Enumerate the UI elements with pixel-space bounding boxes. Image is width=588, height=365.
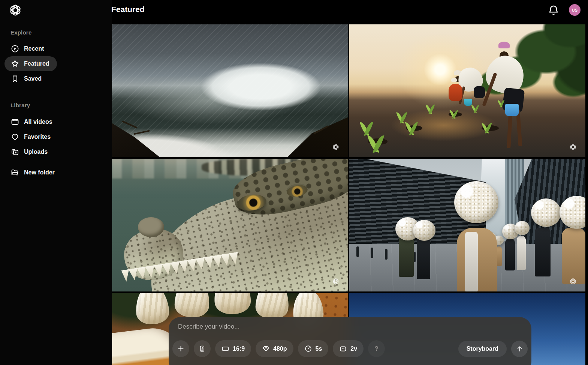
video-thumbnail[interactable] [349, 24, 585, 157]
sidebar-item-label: Favorites [24, 134, 51, 140]
scene-art-storm-wave [112, 24, 348, 157]
prompt-input[interactable]: Describe your video... [178, 323, 440, 330]
bell-icon [547, 4, 560, 17]
video-grid [112, 24, 585, 365]
sidebar-item-favorites[interactable]: Favorites [4, 129, 58, 144]
generate-button[interactable] [511, 341, 528, 357]
seedling [427, 101, 434, 115]
seedling [472, 102, 477, 114]
seedling [398, 107, 406, 124]
openai-logo[interactable] [9, 4, 22, 17]
frosting-swirl [214, 293, 251, 315]
resolution-value: 480p [273, 345, 287, 352]
sidebar-item-label: Recent [24, 45, 44, 52]
scene-art-cauliflower-crowd [349, 159, 585, 291]
seedling [483, 119, 490, 134]
clock-icon [304, 345, 312, 353]
seedling [370, 128, 382, 154]
scene-art-mangrove-planting [349, 24, 585, 157]
presets-icon [198, 345, 206, 353]
storyboard-label: Storyboard [467, 345, 498, 352]
presets-button[interactable] [194, 340, 211, 357]
all-videos-icon [10, 117, 19, 126]
sidebar-item-label: Uploads [24, 149, 48, 155]
resolution-button[interactable]: 480p [256, 340, 293, 357]
resolution-gem-icon [262, 345, 270, 353]
cap [451, 78, 457, 82]
variations-button[interactable]: 2v [333, 340, 364, 357]
heart-icon [10, 132, 19, 141]
bollard [356, 246, 359, 257]
plus-icon [177, 345, 185, 353]
bucket [505, 104, 519, 116]
openai-watermark-icon [570, 278, 576, 285]
main-walker-shirt [465, 232, 478, 291]
sidebar-item-all-videos[interactable]: All videos [4, 114, 60, 129]
add-media-button[interactable] [172, 340, 189, 357]
crocodile-nostril [138, 217, 164, 237]
sidebar-section-explore: Explore [10, 29, 31, 36]
aspect-ratio-button[interactable]: 16:9 [215, 340, 251, 357]
walker-body [535, 228, 551, 276]
storyboard-button[interactable]: Storyboard [458, 341, 507, 357]
arrow-up-icon [516, 345, 524, 353]
sidebar-item-label: Saved [24, 75, 42, 82]
walker-body [417, 237, 430, 279]
sidebar-item-featured[interactable]: Featured [4, 56, 57, 71]
frosting-swirl [255, 293, 290, 320]
cauliflower-head [531, 198, 561, 227]
bucket [464, 99, 472, 106]
seedling [407, 117, 416, 136]
uploads-icon [10, 147, 19, 156]
bollard [371, 248, 373, 258]
sidebar-item-saved[interactable]: Saved [4, 71, 49, 86]
sidebar-item-recent[interactable]: Recent [4, 41, 51, 56]
seedling [498, 98, 503, 108]
frosting-swirl [134, 293, 170, 325]
sidebar-section-library: Library [10, 102, 30, 108]
shorts [474, 86, 485, 98]
headwrap [498, 42, 510, 48]
video-thumbnail[interactable] [112, 24, 348, 157]
openai-watermark-icon [332, 144, 339, 150]
star-icon [10, 59, 19, 68]
sidebar-item-uploads[interactable]: Uploads [4, 144, 55, 159]
video-thumbnail[interactable] [349, 159, 585, 291]
composer-toolbar: 16:9 480p 5s 2v ? Storyboard [172, 340, 528, 357]
recent-icon [10, 44, 19, 53]
planter-figure [445, 78, 466, 107]
cauliflower-head [454, 181, 498, 223]
driftwood-stick [133, 130, 150, 135]
frosting-swirl [174, 293, 211, 318]
red-vest [449, 84, 462, 101]
seedling [451, 107, 457, 119]
sora-app: { "header": { "title": "Featured", "avat… [0, 0, 588, 365]
driftwood-stick [122, 120, 138, 129]
avatar-initials: US [572, 8, 578, 12]
sidebar-item-new-folder[interactable]: New folder [4, 165, 62, 180]
sidebar-item-label: All videos [24, 119, 52, 125]
new-folder-icon [10, 168, 19, 177]
duration-value: 5s [316, 345, 322, 352]
sidebar: Explore Recent Featured Saved Library Al… [0, 0, 112, 365]
walker-body [562, 228, 585, 284]
bollard [385, 249, 388, 260]
walker-body [517, 236, 526, 270]
video-thumbnail[interactable] [112, 159, 348, 291]
sidebar-item-label: Featured [24, 60, 49, 67]
aspect-ratio-value: 16:9 [233, 345, 245, 352]
notifications-button[interactable] [547, 4, 560, 17]
openai-watermark-icon [332, 278, 339, 285]
duration-button[interactable]: 5s [298, 340, 329, 357]
planter-figure [484, 42, 526, 150]
help-button[interactable]: ? [368, 340, 385, 357]
user-avatar[interactable]: US [569, 4, 581, 16]
walker-body [399, 236, 414, 277]
help-label: ? [374, 345, 378, 353]
sidebar-item-label: New folder [24, 169, 55, 176]
variations-icon [339, 345, 347, 353]
aspect-ratio-icon [221, 345, 229, 353]
variations-value: 2v [350, 345, 357, 352]
page-title: Featured [111, 5, 145, 14]
bookmark-icon [10, 74, 19, 83]
